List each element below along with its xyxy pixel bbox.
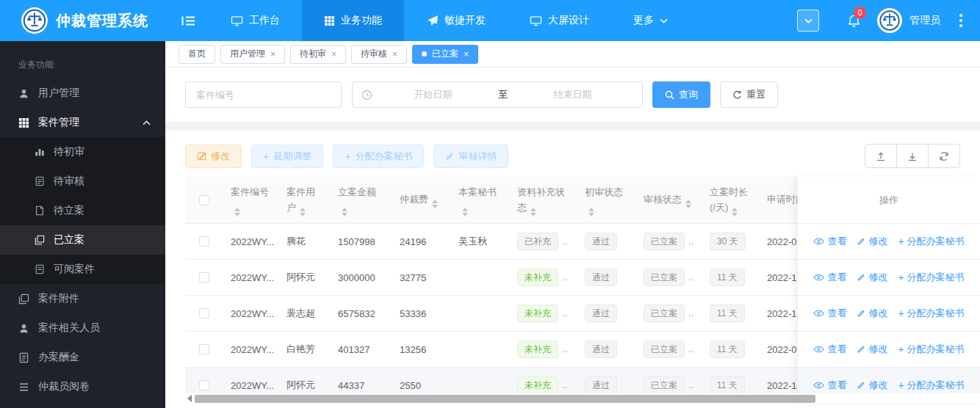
row-checkbox[interactable] — [199, 308, 209, 318]
more-menu-icon[interactable] — [956, 11, 965, 30]
download-button[interactable] — [896, 144, 929, 168]
edit-link[interactable]: 修改 — [857, 343, 887, 356]
table-toolbar: 修改 + 延期调整 + 分配办案秘书 审核详情 — [185, 144, 980, 168]
case-number-input[interactable] — [185, 81, 342, 108]
sort-carets[interactable] — [234, 208, 240, 216]
tab-pending-audit[interactable]: 待审核 × — [351, 45, 407, 64]
supplement-status-tag: 未补充 — [517, 340, 558, 358]
operations-column: 操作 查看 — [797, 177, 980, 404]
sidebar-item-label: 用户管理 — [38, 87, 79, 100]
edit-link[interactable]: 修改 — [857, 271, 887, 284]
start-date-input[interactable]: 开始日期 — [372, 88, 494, 101]
row-checkbox[interactable] — [199, 236, 209, 247]
cell-audit-status: 已立案 .. — [636, 340, 702, 358]
scrollbar-thumb[interactable] — [195, 395, 815, 403]
end-date-input[interactable]: 结束日期 — [512, 88, 633, 101]
tab-home[interactable]: 首页 — [179, 45, 215, 64]
sidebar-item-arbitrator-file-review[interactable]: 仲裁员阅卷 — [0, 372, 165, 401]
view-link[interactable]: 查看 — [813, 379, 846, 392]
assign-secretary-link[interactable]: + 分配办案秘书 — [898, 307, 964, 320]
refresh-table-button[interactable] — [928, 144, 960, 168]
cell-filing-duration: 11 天 — [702, 269, 760, 286]
column-header-filing-duration[interactable]: 立案时长(/天) — [702, 184, 760, 216]
reset-button[interactable]: 重置 — [720, 81, 778, 108]
view-link[interactable]: 查看 — [813, 307, 846, 320]
upload-button[interactable] — [865, 144, 897, 168]
view-link[interactable]: 查看 — [813, 343, 846, 356]
column-header-case-secretary[interactable]: 本案秘书 — [451, 184, 510, 216]
edit-link[interactable]: 修改 — [857, 235, 887, 248]
sort-carets[interactable] — [342, 208, 347, 216]
sidebar-item-pending-filing[interactable]: 待立案 — [0, 196, 165, 225]
sidebar-item-label: 案件相关人员 — [38, 321, 100, 335]
column-header-audit-status[interactable]: 审核状态 — [636, 192, 702, 208]
sidebar-item-readable-cases[interactable]: 可阅案件 — [0, 255, 165, 284]
user-avatar[interactable] — [877, 8, 902, 33]
cell-arbitration-fee: 24196 — [392, 236, 451, 247]
edit-link[interactable]: 修改 — [857, 379, 887, 392]
tab-pending-initial-review[interactable]: 待初审 × — [290, 45, 346, 64]
edit-square-icon — [197, 151, 206, 161]
row-checkbox[interactable] — [199, 272, 209, 283]
row-checkbox[interactable] — [199, 380, 209, 390]
tab-user-management[interactable]: 用户管理 × — [220, 45, 285, 64]
date-range-picker[interactable]: 开始日期 至 结束日期 — [352, 81, 643, 108]
sidebar-item-case-attachments[interactable]: 案件附件 — [0, 284, 165, 313]
menu-fold-icon[interactable] — [181, 15, 195, 26]
column-header-case-user[interactable]: 案件用户 — [279, 184, 331, 216]
column-header-filing-amount[interactable]: 立案金额 — [331, 184, 392, 216]
sidebar-item-case-remuneration[interactable]: 办案酬金 — [0, 343, 165, 372]
sidebar-item-case-related-personnel[interactable]: 案件相关人员 — [0, 313, 165, 343]
plus-icon: + — [898, 272, 904, 283]
close-tab-icon[interactable]: × — [331, 50, 336, 59]
assign-secretary-link[interactable]: + 分配办案秘书 — [898, 235, 964, 248]
select-all-checkbox[interactable] — [199, 195, 209, 205]
sidebar-item-user-management[interactable]: 用户管理 — [0, 79, 165, 108]
sort-carets[interactable] — [530, 208, 536, 216]
nav-item-agile-dev[interactable]: 敏捷开发 — [404, 0, 508, 41]
column-header-case-number[interactable]: 案件编号 — [223, 184, 279, 216]
user-name[interactable]: 管理员 — [909, 14, 940, 27]
nav-item-more[interactable]: 更多 — [611, 0, 690, 41]
sidebar-item-label: 待初审 — [54, 145, 84, 159]
close-tab-icon[interactable]: × — [464, 50, 469, 59]
sort-carets[interactable] — [432, 200, 438, 208]
assign-secretary-link[interactable]: + 分配办案秘书 — [898, 271, 964, 284]
row-checkbox[interactable] — [199, 344, 209, 354]
sidebar-item-pending-initial-review[interactable]: 待初审 — [0, 137, 165, 167]
plus-icon: + — [263, 151, 269, 161]
audit-detail-button[interactable]: 审核详情 — [433, 145, 508, 168]
view-link[interactable]: 查看 — [813, 271, 846, 284]
sort-carets[interactable] — [732, 208, 738, 216]
sort-carets[interactable] — [462, 208, 468, 216]
notification-bell[interactable]: 0 — [847, 14, 861, 28]
scrollbar-left-arrow[interactable] — [187, 395, 192, 402]
panel-toggle-button[interactable] — [797, 10, 819, 32]
assign-secretary-link[interactable]: + 分配办案秘书 — [898, 379, 964, 392]
column-header-supplement-status[interactable]: 资料补充状态 — [510, 184, 577, 216]
assign-secretary-button[interactable]: + 分配办案秘书 — [333, 145, 424, 168]
assign-secretary-link[interactable]: + 分配办案秘书 — [898, 343, 964, 356]
date-separator: 至 — [494, 88, 512, 101]
sort-carets[interactable] — [588, 208, 594, 216]
sort-carets[interactable] — [300, 208, 306, 216]
column-header-initial-review-status[interactable]: 初审状态 — [577, 184, 636, 216]
nav-item-business[interactable]: 业务功能 — [302, 0, 404, 41]
send-icon — [426, 15, 439, 27]
close-tab-icon[interactable]: × — [270, 50, 275, 59]
edit-button[interactable]: 修改 — [185, 145, 242, 168]
sort-carets[interactable] — [685, 200, 691, 208]
nav-item-screen-design[interactable]: 大屏设计 — [508, 0, 611, 41]
nav-item-workbench[interactable]: 工作台 — [209, 0, 302, 41]
view-link[interactable]: 查看 — [813, 235, 846, 248]
delay-adjust-button[interactable]: + 延期调整 — [251, 145, 323, 168]
close-tab-icon[interactable]: × — [392, 50, 397, 59]
sidebar-item-case-management[interactable]: 案件管理 — [0, 108, 165, 137]
edit-link[interactable]: 修改 — [857, 307, 887, 320]
tab-filed[interactable]: 已立案 × — [412, 45, 478, 64]
horizontal-scrollbar[interactable] — [185, 393, 980, 404]
column-header-arbitration-fee[interactable]: 仲裁费 — [392, 192, 451, 208]
sidebar-item-pending-audit[interactable]: 待审核 — [0, 167, 165, 196]
query-button[interactable]: 查询 — [652, 81, 710, 108]
sidebar-item-filed[interactable]: 已立案 — [0, 225, 165, 255]
